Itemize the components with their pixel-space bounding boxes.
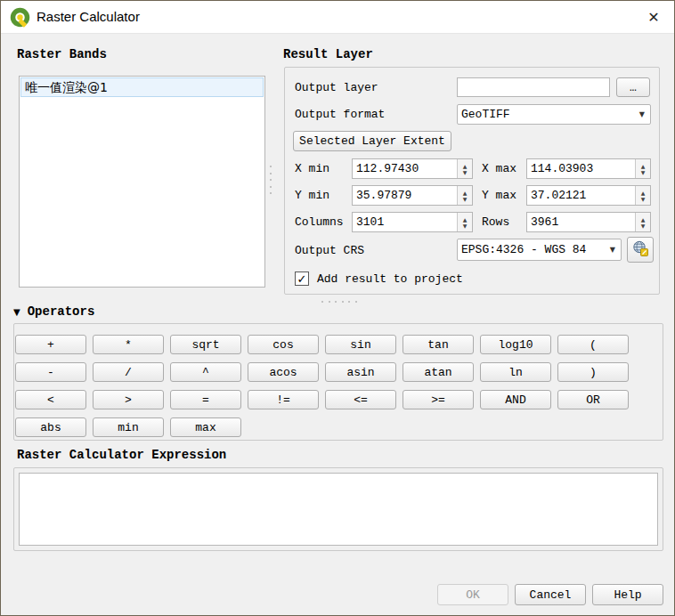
qgis-logo-icon bbox=[10, 7, 31, 28]
operator-button-and[interactable]: AND bbox=[480, 390, 551, 409]
y-min-label: Y min bbox=[295, 189, 329, 202]
operators-heading: Operators bbox=[28, 304, 95, 319]
rows-spinbox[interactable]: 3961 ▲▼ bbox=[526, 212, 651, 232]
ellipsis-icon: … bbox=[630, 81, 637, 94]
help-button-label: Help bbox=[614, 588, 641, 602]
raster-bands-list[interactable]: 唯一值渲染@1 bbox=[19, 76, 265, 288]
raster-calculator-dialog: Raster Calculator ✕ Raster Bands 唯一值渲染@1… bbox=[0, 0, 675, 616]
operator-button-divide[interactable]: / bbox=[93, 362, 164, 382]
operator-button-tan[interactable]: tan bbox=[403, 335, 474, 354]
collapse-arrow-icon: ▼ bbox=[13, 307, 20, 317]
spin-arrows-icon[interactable]: ▲▼ bbox=[635, 159, 650, 178]
columns-label: Columns bbox=[295, 215, 344, 229]
operator-button-equals[interactable]: = bbox=[170, 390, 241, 409]
globe-edit-icon bbox=[631, 239, 649, 261]
horizontal-splitter-handle[interactable] bbox=[321, 300, 357, 304]
columns-value: 3101 bbox=[356, 215, 384, 229]
operator-button-greater-equal[interactable]: >= bbox=[403, 390, 474, 409]
help-button[interactable]: Help bbox=[592, 584, 663, 605]
select-crs-button[interactable] bbox=[627, 237, 654, 263]
operator-button-open-paren[interactable]: ( bbox=[557, 335, 629, 354]
x-min-label: X min bbox=[295, 162, 329, 175]
x-min-spinbox[interactable]: 112.97430 ▲▼ bbox=[352, 158, 473, 179]
output-format-value: GeoTIFF bbox=[461, 108, 510, 121]
output-format-label: Output format bbox=[295, 108, 385, 121]
output-layer-input[interactable] bbox=[457, 77, 610, 97]
operators-collapse-header[interactable]: ▼Operators bbox=[13, 304, 94, 319]
ok-button[interactable]: OK bbox=[437, 584, 508, 605]
band-list-item[interactable]: 唯一值渲染@1 bbox=[20, 77, 264, 97]
operator-button-greater-than[interactable]: > bbox=[93, 390, 164, 409]
operator-button-multiply[interactable]: * bbox=[93, 335, 164, 354]
rows-value: 3961 bbox=[531, 215, 558, 229]
x-min-value: 112.97430 bbox=[356, 162, 419, 175]
columns-spinbox[interactable]: 3101 ▲▼ bbox=[352, 212, 473, 232]
output-crs-combo[interactable]: EPSG:4326 - WGS 84 ▼ bbox=[457, 239, 622, 261]
title-bar: Raster Calculator ✕ bbox=[1, 1, 674, 34]
add-result-label: Add result to project bbox=[317, 272, 463, 286]
operator-button-min[interactable]: min bbox=[93, 417, 164, 437]
operator-button-power[interactable]: ^ bbox=[170, 362, 241, 382]
rows-label: Rows bbox=[482, 215, 509, 229]
chevron-down-icon: ▼ bbox=[639, 110, 645, 118]
operator-button-cos[interactable]: cos bbox=[248, 335, 319, 354]
spin-arrows-icon[interactable]: ▲▼ bbox=[457, 213, 472, 231]
y-min-value: 35.97879 bbox=[356, 189, 411, 202]
operator-button-asin[interactable]: asin bbox=[325, 362, 396, 382]
cancel-button-label: Cancel bbox=[530, 588, 572, 602]
operator-button-ln[interactable]: ln bbox=[480, 362, 551, 382]
spin-arrows-icon[interactable]: ▲▼ bbox=[457, 186, 472, 205]
operator-button-sqrt[interactable]: sqrt bbox=[170, 335, 241, 354]
operator-button-sin[interactable]: sin bbox=[325, 335, 396, 354]
x-max-spinbox[interactable]: 114.03903 ▲▼ bbox=[526, 158, 651, 179]
output-crs-value: EPSG:4326 - WGS 84 bbox=[461, 243, 586, 256]
checkmark-icon: ✓ bbox=[297, 272, 307, 286]
operator-button-not-equal[interactable]: != bbox=[248, 390, 319, 409]
raster-bands-heading: Raster Bands bbox=[17, 47, 107, 61]
output-format-combo[interactable]: GeoTIFF ▼ bbox=[457, 104, 651, 125]
operator-button-acos[interactable]: acos bbox=[248, 362, 319, 382]
expression-textarea[interactable] bbox=[19, 473, 658, 546]
spin-arrows-icon[interactable]: ▲▼ bbox=[635, 213, 650, 231]
y-max-label: Y max bbox=[482, 189, 516, 202]
operator-button-less-equal[interactable]: <= bbox=[325, 390, 396, 409]
spin-arrows-icon[interactable]: ▲▼ bbox=[635, 186, 650, 205]
selected-layer-extent-label: Selected Layer Extent bbox=[299, 134, 445, 148]
x-max-value: 114.03903 bbox=[531, 162, 593, 175]
operator-button-minus[interactable]: - bbox=[15, 362, 86, 382]
operator-button-plus[interactable]: + bbox=[15, 335, 86, 354]
x-max-label: X max bbox=[482, 162, 516, 175]
operator-button-log10[interactable]: log10 bbox=[480, 335, 551, 354]
operator-button-atan[interactable]: atan bbox=[403, 362, 474, 382]
spin-arrows-icon[interactable]: ▲▼ bbox=[457, 159, 472, 178]
close-icon[interactable]: ✕ bbox=[633, 1, 674, 33]
add-result-checkbox[interactable]: ✓ bbox=[295, 272, 309, 286]
operator-button-less-than[interactable]: < bbox=[15, 390, 86, 409]
result-layer-heading: Result Layer bbox=[283, 47, 373, 61]
selected-layer-extent-button[interactable]: Selected Layer Extent bbox=[293, 131, 451, 151]
output-crs-label: Output CRS bbox=[295, 244, 364, 257]
y-min-spinbox[interactable]: 35.97879 ▲▼ bbox=[352, 185, 473, 206]
chevron-down-icon: ▼ bbox=[610, 246, 615, 254]
operator-button-or[interactable]: OR bbox=[557, 390, 629, 409]
y-max-value: 37.02121 bbox=[531, 189, 586, 202]
expression-heading: Raster Calculator Expression bbox=[17, 448, 226, 462]
operator-button-max[interactable]: max bbox=[170, 417, 241, 437]
window-title: Raster Calculator bbox=[37, 9, 140, 24]
cancel-button[interactable]: Cancel bbox=[515, 584, 586, 605]
operator-button-close-paren[interactable]: ) bbox=[557, 362, 629, 382]
vertical-splitter-handle[interactable] bbox=[268, 166, 273, 194]
ok-button-label: OK bbox=[466, 588, 480, 602]
browse-output-button[interactable]: … bbox=[616, 77, 650, 97]
operator-button-abs[interactable]: abs bbox=[15, 417, 86, 437]
y-max-spinbox[interactable]: 37.02121 ▲▼ bbox=[526, 185, 651, 206]
output-layer-label: Output layer bbox=[295, 81, 378, 94]
